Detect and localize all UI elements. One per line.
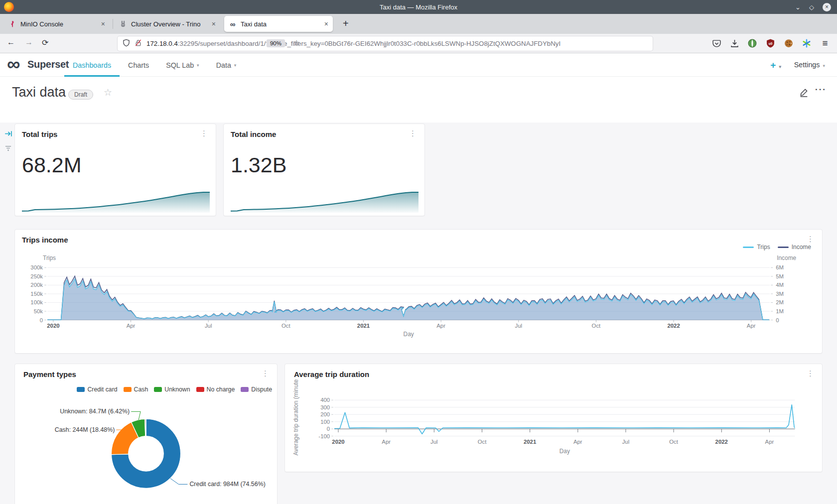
insecure-lock-icon[interactable] (135, 39, 142, 49)
legend-swatch (743, 247, 754, 248)
svg-text:2020: 2020 (332, 439, 344, 445)
legend-label: Unknown (164, 386, 190, 393)
svg-text:Day: Day (404, 331, 414, 338)
extension-asterisk-icon[interactable] (802, 38, 812, 48)
tab-close-button[interactable]: × (324, 20, 328, 28)
minio-favicon (8, 20, 16, 28)
reload-button[interactable]: ⟳ (42, 38, 48, 47)
legend-item-cash[interactable]: Cash (124, 386, 148, 393)
legend-swatch (77, 387, 85, 392)
kebab-menu-button[interactable]: ⋮ (200, 129, 208, 138)
svg-text:4M: 4M (776, 282, 784, 288)
superset-logo-icon[interactable]: ∞ (7, 52, 20, 76)
big-number-value: 68.2M (22, 153, 82, 177)
legend-label: No charge (207, 386, 235, 393)
new-item-plus-button[interactable]: +▾ (770, 60, 781, 71)
nav-items: Dashboards Charts SQL Lab▾ Data▾ (64, 53, 245, 77)
favorite-star-button[interactable]: ☆ (104, 87, 112, 98)
tab-minio-console[interactable]: MinIO Console × (4, 16, 110, 32)
legend-label: Trips (757, 244, 770, 251)
draft-badge: Draft (68, 90, 93, 100)
settings-menu[interactable]: Settings▾ (794, 61, 825, 69)
dashboard-header: Taxi data Draft ☆ ··· (0, 77, 837, 123)
svg-text:0: 0 (776, 317, 779, 323)
legend-label: Dispute (251, 386, 272, 393)
url-path: :32295/superset/dashboard/1/?native_filt… (178, 40, 560, 47)
zoom-level-badge[interactable]: 90% (267, 39, 285, 47)
avg-trip-duration-chart: 4003002001000-1002020AprJulOct2021AprJul… (285, 364, 822, 472)
legend-item-unknown[interactable]: Unknown (154, 386, 190, 393)
big-number-value: 1.32B (231, 153, 286, 177)
tab-title: MinIO Console (20, 20, 97, 28)
legend-item-trips[interactable]: Trips (743, 244, 770, 251)
legend-swatch (778, 247, 789, 248)
big-number-card-total-trips: Total trips ⋮ 68.2M (14, 124, 216, 216)
privacy-badger-icon[interactable] (747, 38, 757, 48)
superset-brand[interactable]: Superset (27, 59, 69, 70)
edit-dashboard-button[interactable] (799, 88, 809, 99)
nav-item-sql-lab[interactable]: SQL Lab▾ (157, 53, 207, 77)
tab-title: Cluster Overview - Trino (131, 20, 208, 28)
svg-text:-100: -100 (318, 433, 330, 439)
trino-favicon (119, 20, 127, 28)
download-icon[interactable] (729, 38, 739, 48)
svg-text:2022: 2022 (715, 439, 728, 445)
firefox-icon (4, 2, 14, 12)
tab-close-button[interactable]: × (101, 20, 105, 28)
svg-text:200: 200 (320, 411, 330, 417)
card-title: Average trip duration (294, 370, 369, 378)
nav-item-charts[interactable]: Charts (120, 53, 157, 77)
chart-legend: TripsIncome (743, 244, 811, 251)
nav-item-data[interactable]: Data▾ (208, 53, 245, 77)
svg-text:Day: Day (559, 448, 570, 455)
donut-label-cash: Cash: 244M (18.48%) (55, 426, 115, 433)
new-tab-button[interactable]: + (343, 18, 349, 29)
bookmark-star-button[interactable]: ☆ (293, 38, 300, 47)
tab-taxi-data-active[interactable]: ∞ Taxi data × (224, 16, 333, 32)
superset-navbar: ∞ Superset Dashboards Charts SQL Lab▾ Da… (0, 53, 837, 77)
svg-text:Jul: Jul (430, 439, 438, 445)
svg-text:0: 0 (40, 317, 43, 323)
trips-income-chart: 300k6M250k5M200k4M150k3M100k2M50k1M00Tri… (15, 230, 822, 353)
chevron-down-icon: ▾ (197, 63, 199, 68)
legend-swatch (154, 387, 162, 392)
tab-trino[interactable]: Cluster Overview - Trino × (115, 16, 220, 32)
close-button[interactable]: × (823, 3, 831, 11)
legend-item-dispute[interactable]: Dispute (241, 386, 272, 393)
filter-icon[interactable] (4, 144, 12, 154)
back-button[interactable]: ← (7, 38, 15, 47)
url-bar[interactable]: 172.18.0.4:32295/superset/dashboard/1/?n… (118, 36, 653, 51)
kebab-menu-button[interactable]: ⋮ (262, 369, 269, 378)
svg-text:Trips: Trips (43, 254, 56, 261)
kebab-menu-button[interactable]: ⋮ (807, 235, 814, 244)
svg-text:50k: 50k (34, 308, 43, 314)
avg-trip-duration-chart-card: 4003002001000-1002020AprJulOct2021AprJul… (284, 364, 823, 472)
superset-favicon: ∞ (229, 20, 237, 28)
trips-income-chart-card: 300k6M250k5M200k4M150k3M100k2M50k1M00Tri… (14, 229, 823, 354)
nav-item-dashboards[interactable]: Dashboards (64, 53, 120, 77)
window-titlebar: Taxi data — Mozilla Firefox ⌄ ◇ × (0, 0, 837, 14)
legend-item-credit-card[interactable]: Credit card (77, 386, 117, 393)
kebab-menu-button[interactable]: ⋮ (409, 129, 417, 138)
dashboard-menu-button[interactable]: ··· (815, 85, 827, 95)
legend-item-no-charge[interactable]: No charge (196, 386, 235, 393)
expand-filter-bar-icon[interactable] (4, 129, 12, 140)
legend-item-income[interactable]: Income (778, 244, 811, 251)
minimize-button[interactable]: ⌄ (795, 4, 801, 10)
ublock-origin-icon[interactable]: u0 (765, 38, 775, 48)
tab-separator (113, 19, 113, 29)
svg-text:Apr: Apr (573, 439, 582, 445)
tab-close-button[interactable]: × (212, 20, 216, 28)
tracking-shield-icon[interactable] (123, 39, 130, 49)
cookie-icon[interactable] (784, 38, 794, 48)
svg-text:6M: 6M (776, 264, 784, 270)
kebab-menu-button[interactable]: ⋮ (807, 369, 814, 378)
donut-slice-dispute[interactable] (145, 419, 146, 436)
maximize-button[interactable]: ◇ (809, 4, 814, 10)
forward-button[interactable]: → (25, 38, 33, 47)
chevron-down-icon: ▾ (234, 63, 237, 68)
menu-button[interactable]: ≡ (820, 38, 830, 48)
payment-types-donut-chart: Unknown: 84.7M (6.42%)Cash: 244M (18.48%… (15, 364, 277, 504)
navigation-toolbar: ← → ⟳ 172.18.0.4:32295/superset/dashboar… (0, 34, 837, 53)
pocket-icon[interactable] (711, 38, 721, 48)
